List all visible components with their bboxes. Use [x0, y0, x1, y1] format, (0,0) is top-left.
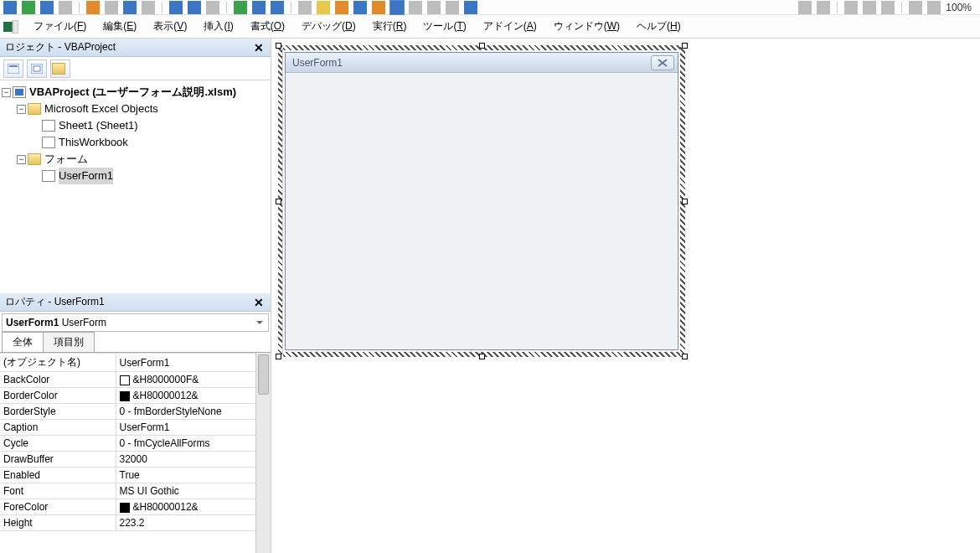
tab-alphabetic[interactable]: 全体	[2, 332, 44, 352]
menu-debug[interactable]: デバッグ(D)	[293, 16, 364, 37]
tb-icon[interactable]	[188, 1, 201, 14]
resize-handle-nw[interactable]	[276, 43, 281, 49]
tb-icon-active[interactable]	[390, 1, 404, 14]
tb-icon[interactable]	[909, 1, 922, 14]
pause-icon[interactable]	[252, 1, 266, 14]
form-designer-area[interactable]: UserForm1	[271, 39, 980, 553]
tb-icon[interactable]	[863, 1, 876, 14]
tree-label: Sheet1 (Sheet1)	[59, 117, 138, 134]
menu-insert[interactable]: 挿入(I)	[195, 16, 241, 37]
properties-title-text: ロパティ - UserForm1	[5, 295, 105, 309]
tb-icon[interactable]	[335, 1, 348, 14]
zoom-label[interactable]: 100%	[946, 2, 972, 13]
svg-rect-1	[13, 20, 18, 34]
collapse-icon[interactable]: −	[2, 88, 11, 97]
menu-view[interactable]: 表示(V)	[145, 16, 195, 37]
prop-row: BackColor&H8000000F&	[0, 372, 271, 388]
view-code-button[interactable]	[3, 59, 23, 78]
tb-icon[interactable]	[927, 1, 941, 14]
tb-icon[interactable]	[798, 1, 812, 14]
divider	[162, 2, 162, 13]
tb-icon[interactable]	[142, 1, 155, 14]
properties-close-button[interactable]: ✕	[250, 295, 267, 310]
tb-icon[interactable]	[3, 1, 17, 14]
menu-help[interactable]: ヘルプ(H)	[628, 16, 689, 37]
tb-icon[interactable]	[353, 1, 367, 14]
project-icon	[13, 86, 26, 98]
tb-icon[interactable]	[206, 1, 219, 14]
menu-edit[interactable]: 編集(E)	[95, 16, 145, 37]
resize-handle-se[interactable]	[682, 354, 688, 359]
userform-canvas[interactable]	[286, 74, 677, 349]
tree-userform1[interactable]: UserForm1	[2, 168, 269, 184]
tb-icon[interactable]	[59, 1, 72, 14]
resize-handle-n[interactable]	[479, 43, 485, 49]
tree-label: VBAProject (ユーザーフォーム説明.xlsm)	[29, 84, 236, 101]
tb-icon[interactable]	[317, 1, 330, 14]
svg-rect-3	[9, 65, 18, 67]
userform-titlebar[interactable]: UserForm1	[286, 53, 678, 73]
tb-icon[interactable]	[169, 1, 183, 14]
resize-handle-w[interactable]	[276, 199, 281, 204]
tb-icon[interactable]	[427, 1, 441, 14]
resize-handle-sw[interactable]	[276, 354, 281, 359]
collapse-icon[interactable]: −	[17, 105, 26, 114]
menu-tools[interactable]: ツール(T)	[415, 16, 474, 37]
tb-icon[interactable]	[372, 1, 385, 14]
prop-row: Height223.2	[0, 515, 271, 531]
resize-handle-s[interactable]	[479, 354, 485, 359]
menu-window[interactable]: ウィンドウ(W)	[545, 16, 628, 37]
prop-row: DrawBuffer32000	[0, 452, 271, 468]
tb-icon[interactable]	[464, 1, 477, 14]
tb-icon[interactable]	[298, 1, 312, 14]
divider	[291, 2, 291, 13]
tb-icon[interactable]	[105, 1, 118, 14]
tb-icon[interactable]	[817, 1, 830, 14]
tree-thisworkbook[interactable]: ThisWorkbook	[2, 134, 269, 151]
project-close-button[interactable]: ✕	[250, 40, 267, 55]
tb-icon[interactable]	[40, 1, 54, 14]
tab-categorized[interactable]: 項目別	[43, 332, 95, 352]
userform-selection[interactable]: UserForm1	[278, 45, 685, 357]
resize-handle-e[interactable]	[682, 199, 688, 204]
tb-icon[interactable]	[446, 1, 459, 14]
svg-rect-5	[34, 66, 40, 71]
tree-label: フォーム	[44, 151, 88, 168]
folder-icon	[28, 103, 41, 115]
tb-icon[interactable]	[409, 1, 422, 14]
tree-root[interactable]: − VBAProject (ユーザーフォーム説明.xlsm)	[2, 84, 269, 101]
prop-row: BorderStyle0 - fmBorderStyleNone	[0, 404, 271, 420]
tb-icon[interactable]	[881, 1, 895, 14]
menu-bar: ファイル(F) 編集(E) 表示(V) 挿入(I) 書式(O) デバッグ(D) …	[0, 15, 980, 39]
tb-icon[interactable]	[22, 1, 35, 14]
tb-icon[interactable]	[123, 1, 137, 14]
userform-window[interactable]: UserForm1	[285, 52, 678, 350]
tb-icon[interactable]	[86, 1, 100, 14]
object-selector[interactable]: UserForm1 UserForm	[2, 313, 269, 332]
menu-file[interactable]: ファイル(F)	[25, 16, 95, 37]
scrollbar-thumb[interactable]	[258, 354, 269, 395]
menu-run[interactable]: 実行(R)	[364, 16, 415, 37]
property-grid[interactable]: (オブジェクト名)UserForm1 BackColor&H8000000F& …	[0, 352, 271, 553]
view-object-button[interactable]	[27, 59, 47, 78]
project-tree[interactable]: − VBAProject (ユーザーフォーム説明.xlsm) − Microso…	[0, 80, 271, 293]
toggle-folders-button[interactable]	[50, 59, 70, 78]
tree-excel-objects[interactable]: − Microsoft Excel Objects	[2, 101, 269, 117]
menu-format[interactable]: 書式(O)	[242, 16, 293, 37]
menu-addins[interactable]: アドイン(A)	[475, 16, 545, 37]
folder-icon	[52, 63, 65, 75]
userform-close-button[interactable]	[651, 55, 674, 70]
property-scrollbar[interactable]	[255, 353, 271, 553]
collapse-icon[interactable]: −	[17, 155, 26, 164]
stop-icon[interactable]	[271, 1, 284, 14]
tb-icon[interactable]	[844, 1, 858, 14]
userform-caption: UserForm1	[292, 57, 343, 69]
resize-handle-ne[interactable]	[682, 43, 688, 49]
form-icon	[42, 170, 55, 182]
tree-forms[interactable]: − フォーム	[2, 151, 269, 168]
object-name: UserForm1	[6, 317, 59, 328]
prop-row: (オブジェクト名)UserForm1	[0, 354, 271, 372]
tree-sheet1[interactable]: Sheet1 (Sheet1)	[2, 117, 269, 134]
run-icon[interactable]	[234, 1, 247, 14]
prop-row: FontMS UI Gothic	[0, 483, 271, 499]
